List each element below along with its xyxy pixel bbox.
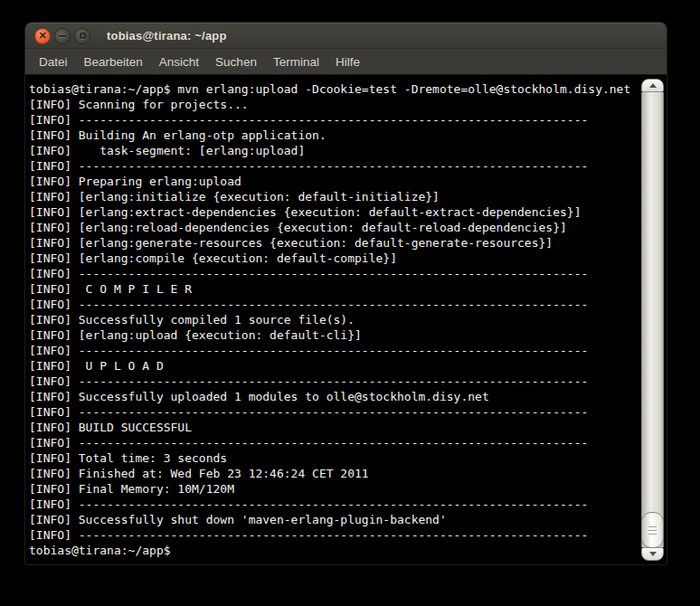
terminal-line: [INFO] [erlang:reload-dependencies {exec… (29, 220, 639, 235)
menubar: DateiBearbeitenAnsichtSuchenTerminalHilf… (25, 49, 667, 75)
terminal-line: [INFO] U P L O A D (29, 358, 639, 374)
scrollbar-trough[interactable] (641, 92, 664, 547)
minus-circle-icon (59, 35, 66, 37)
terminal-line: [INFO] BUILD SUCCESSFUL (29, 420, 639, 435)
terminal-line: [INFO] C O M P I L E R (29, 281, 639, 297)
terminal-line: [INFO] ---------------------------------… (29, 343, 639, 358)
terminal-line: tobias@tirana:~/app$ (29, 543, 639, 558)
terminal-line: [INFO] [erlang:initialize {execution: de… (29, 189, 639, 204)
terminal-line: [INFO] ---------------------------------… (29, 158, 639, 174)
terminal-output[interactable]: tobias@tirana:~/app$ mvn erlang:upload -… (26, 77, 639, 563)
terminal-window: ✕ tobias@tirana: ~/app DateiBearbeitenAn… (24, 22, 667, 565)
terminal-line: [INFO] Scanning for projects... (29, 97, 639, 112)
terminal-line: [INFO] task-segment: [erlang:upload] (29, 143, 639, 158)
terminal-line: [INFO] Total time: 3 seconds (29, 450, 639, 466)
terminal-line: [INFO] ---------------------------------… (29, 374, 639, 389)
terminal-line: [INFO] [erlang:compile {execution: defau… (29, 251, 639, 266)
terminal-line: tobias@tirana:~/app$ mvn erlang:upload -… (29, 81, 639, 97)
grip-icon (648, 530, 657, 531)
terminal-line: [INFO] ---------------------------------… (29, 266, 639, 281)
scrollbar[interactable] (639, 77, 666, 563)
terminal-line: [INFO] [erlang:generate-resources {execu… (29, 235, 639, 251)
maximize-button[interactable] (74, 28, 90, 44)
arrow-up-icon (649, 83, 657, 88)
terminal-line: [INFO] [erlang:upload {execution: defaul… (29, 327, 639, 343)
square-circle-icon (80, 33, 86, 39)
close-button[interactable]: ✕ (34, 28, 51, 44)
window-title: tobias@tirana: ~/app (107, 29, 227, 43)
grip-icon (648, 526, 657, 527)
terminal-line: [INFO] Finished at: Wed Feb 23 12:46:24 … (29, 466, 639, 481)
scrollbar-up-button[interactable] (641, 79, 664, 92)
terminal-line: [INFO] Successfully uploaded 1 modules t… (29, 389, 639, 404)
terminal-line: [INFO] ---------------------------------… (29, 112, 639, 128)
terminal-line: [INFO] ---------------------------------… (29, 297, 639, 312)
menu-item-bearbeiten[interactable]: Bearbeiten (76, 52, 151, 72)
terminal-line: [INFO] [erlang:extract-dependencies {exe… (29, 204, 639, 220)
arrow-down-icon (649, 552, 657, 556)
menu-item-terminal[interactable]: Terminal (265, 52, 327, 72)
x-circle-icon: ✕ (38, 31, 46, 41)
minimize-button[interactable] (54, 28, 71, 44)
terminal-line: [INFO] Successfully shut down 'maven-erl… (29, 512, 639, 527)
terminal-line: [INFO] ---------------------------------… (29, 527, 639, 543)
terminal-line: [INFO] Successfully compiled 1 source fi… (29, 312, 639, 327)
titlebar[interactable]: ✕ tobias@tirana: ~/app (25, 23, 667, 49)
terminal-line: [INFO] Final Memory: 10M/120M (29, 481, 639, 497)
terminal-line: [INFO] Preparing erlang:upload (29, 174, 639, 189)
menu-item-ansicht[interactable]: Ansicht (151, 52, 207, 72)
scrollbar-down-button[interactable] (641, 547, 664, 561)
scrollbar-thumb[interactable] (641, 512, 664, 548)
terminal-line: [INFO] Building An erlang-otp applicatio… (29, 128, 639, 143)
menu-item-suchen[interactable]: Suchen (207, 52, 265, 72)
terminal-line: [INFO] ---------------------------------… (29, 404, 639, 420)
terminal-region: tobias@tirana:~/app$ mvn erlang:upload -… (26, 77, 666, 563)
grip-icon (648, 534, 657, 535)
terminal-line: [INFO] ---------------------------------… (29, 435, 639, 450)
terminal-line: [INFO] ---------------------------------… (29, 497, 639, 512)
menu-item-datei[interactable]: Datei (31, 52, 76, 72)
menu-item-hilfe[interactable]: Hilfe (327, 52, 368, 72)
